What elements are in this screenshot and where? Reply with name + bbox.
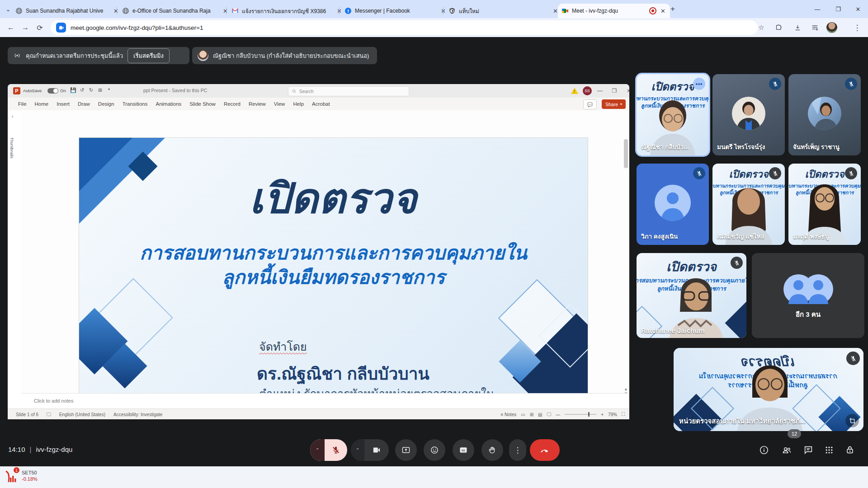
participant-tile[interactable]: จันทร์เพ็ญ ราชานู [788, 74, 861, 155]
menu-insert[interactable]: Insert [52, 101, 74, 107]
window-close-button[interactable]: ✕ [848, 0, 868, 18]
autosave-label: AutoSave [23, 88, 42, 93]
raise-hand-button[interactable] [481, 439, 503, 461]
ppt-minimize-button[interactable]: — [593, 84, 607, 98]
captions-button[interactable]: cc [453, 439, 474, 461]
forward-button[interactable]: → [20, 22, 31, 33]
menu-slideshow[interactable]: Slide Show [185, 101, 220, 107]
start-streaming-button[interactable]: เริ่มสตรีมมิง [127, 48, 170, 63]
participant-tile[interactable]: มนตรี ไทรโรจน์รุ่ง [712, 74, 785, 155]
share-button[interactable]: Share▾ [602, 99, 626, 109]
ppt-close-button[interactable]: ✕ [622, 84, 629, 98]
back-button[interactable]: ← [5, 22, 16, 33]
camera-button[interactable]: ⌃ [351, 439, 389, 461]
menu-design[interactable]: Design [94, 101, 118, 107]
menu-help[interactable]: Help [289, 101, 308, 107]
reactions-button[interactable] [424, 439, 445, 461]
menu-transitions[interactable]: Transitions [118, 101, 152, 107]
tab-suan-sunandha[interactable]: Suan Sunandha Rajabhat Unive ✕ [12, 4, 123, 18]
end-call-button[interactable] [530, 439, 560, 461]
stocks-widget[interactable]: 1 SET50 -0.18% [5, 469, 38, 484]
address-bar[interactable]: meet.google.com/ivv-fzgz-dqu?pli=1&authu… [51, 20, 758, 35]
camera-options-chevron-icon[interactable]: ⌃ [351, 439, 364, 461]
accessibility-status[interactable]: Accessibility: Investigate [113, 412, 162, 417]
menu-animations[interactable]: Animations [151, 101, 185, 107]
zoom-slider[interactable] [565, 414, 596, 415]
notes-placeholder[interactable]: Click to add notes [34, 398, 73, 404]
autosave-toggle[interactable] [47, 88, 58, 94]
tab-eoffice[interactable]: e-Office of Suan Sunandha Raja ✕ [118, 4, 232, 18]
menu-record[interactable]: Record [220, 101, 245, 107]
slide-sorter-icon[interactable]: ⊞ [530, 412, 533, 417]
reading-list-icon[interactable] [809, 22, 820, 33]
zoom-in-icon[interactable]: + [601, 412, 604, 417]
menu-review[interactable]: Review [245, 101, 270, 107]
menu-acrobat[interactable]: Acrobat [308, 101, 334, 107]
profile-avatar[interactable] [826, 22, 837, 33]
undo-icon[interactable]: ↺ [80, 87, 84, 93]
normal-view-icon[interactable]: ▭ [521, 412, 525, 417]
url-text: meet.google.com/ivv-fzgz-dqu?pli=1&authu… [71, 24, 203, 31]
windows-taskbar: 1 SET50 -0.18% Search [0, 466, 868, 488]
menu-home[interactable]: Home [31, 101, 53, 107]
downloads-icon[interactable] [792, 22, 803, 33]
camera-timer-icon[interactable]: 🖵 [47, 412, 51, 417]
slide-scrollbar[interactable] [624, 138, 628, 391]
notes-pane[interactable]: Click to add notes [21, 393, 629, 409]
present-screen-button[interactable] [395, 439, 417, 461]
fit-to-window-icon[interactable]: ⛶ [622, 412, 625, 417]
bookmark-star-icon[interactable]: ☆ [756, 22, 767, 33]
menu-draw[interactable]: Draw [74, 101, 94, 107]
menu-file[interactable]: File [14, 101, 31, 107]
chat-button[interactable] [802, 444, 815, 456]
mic-options-chevron-icon[interactable]: ⌃ [310, 439, 325, 461]
window-minimize-button[interactable]: — [807, 0, 827, 18]
activities-button[interactable] [823, 444, 835, 456]
meeting-details-button[interactable] [758, 444, 770, 456]
host-controls-button[interactable] [844, 444, 856, 456]
save-icon[interactable]: 💾 [70, 87, 76, 93]
expand-pane-icon[interactable]: › [12, 114, 13, 119]
ppt-restore-button[interactable]: ❐ [607, 84, 622, 98]
tab-messenger[interactable]: f Messenger | Facebook ✕ [341, 4, 450, 18]
extensions-icon[interactable] [773, 22, 784, 33]
qat-chevron-icon[interactable]: ▾ [108, 87, 110, 91]
notes-toggle[interactable]: ≡ Notes [500, 412, 516, 417]
more-participants-tile[interactable]: อีก 3 คน [752, 253, 864, 338]
tab-meet-active[interactable]: Meet - ivv-fzgz-dqu ✕ [558, 4, 670, 18]
account-badge[interactable]: SS [583, 86, 592, 95]
tile-more-options-icon[interactable]: ••• [693, 78, 705, 90]
tab-new-tab[interactable]: แท็บใหม่ ✕ [445, 4, 562, 18]
language-status[interactable]: English (United States) [59, 412, 105, 417]
menu-kebab-icon[interactable]: ⋮ [852, 22, 863, 33]
zoom-out-icon[interactable]: — [556, 412, 560, 417]
camera-icon [364, 439, 389, 461]
participant-tile[interactable]: เปิดตรวจ การสอบทานกระบวนการและการควบคุมภ… [712, 164, 785, 245]
thumbnails-pane-collapsed[interactable]: › Thumbnails [8, 110, 22, 393]
window-maximize-button[interactable]: ❐ [828, 0, 848, 18]
slide-canvas[interactable]: เปิดตรวจ การสอบทานกระบวนการและการควบคุมภ… [79, 138, 588, 418]
new-tab-button[interactable]: + [665, 0, 680, 18]
participant-tile[interactable]: วิภา คงสูงเนิน [637, 164, 709, 245]
mic-off-icon [769, 78, 781, 90]
participant-tile-presenter[interactable]: เปิดตรวจ การสอบทานกระบวนการและการควบคุมภ… [637, 74, 709, 155]
redo-icon[interactable]: ↻ [89, 87, 93, 93]
tab-gmail[interactable]: แจ้งรายการเงินออกจากบัญชี X9386 ✕ [228, 4, 346, 18]
warning-icon[interactable]: ! [571, 88, 578, 94]
ppt-search-box[interactable]: Search [288, 86, 409, 96]
participant-tile[interactable]: เปิดตรวจ การสอบทานกระบวนการและการควบคุมภ… [637, 253, 746, 338]
menu-view[interactable]: View [270, 101, 289, 107]
picture-in-picture-icon[interactable] [845, 414, 859, 427]
zoom-level[interactable]: 79% [608, 412, 617, 417]
participant-tile[interactable]: เปิดตรวจ การสอบทานกระบวนการและการควบคุมภ… [788, 164, 861, 245]
participants-button[interactable] [780, 444, 793, 456]
self-view-tile[interactable]: เปิดตรวจ การสอบทานกระบวนการและการควบคุมภ… [674, 348, 863, 431]
mic-button-muted[interactable]: ⌃ [310, 439, 347, 461]
more-options-button[interactable]: ⋮ [509, 439, 526, 461]
reload-button[interactable]: ⟳ [34, 22, 45, 33]
slideshow-icon[interactable]: 🖵 [547, 412, 552, 417]
mic-off-icon [845, 78, 857, 90]
reading-view-icon[interactable]: ▤ [538, 412, 542, 417]
comments-button[interactable]: 💬 [583, 99, 597, 109]
quick-access-icon[interactable]: ⊞ [98, 87, 102, 93]
